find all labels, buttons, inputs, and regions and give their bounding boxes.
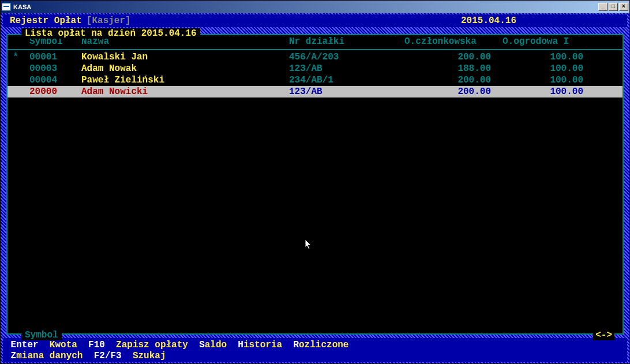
header-bar: Rejestr Opłat [Kasjer] 2015.04.16	[3, 14, 627, 27]
row-symbol: 00001	[24, 52, 81, 62]
panel-title: Lista opłat na dzień 2015.04.16	[21, 28, 200, 39]
row-garden: 100.00	[502, 63, 595, 74]
row-name: Kowalski Jan	[81, 52, 289, 62]
app-body: Rejestr Opłat [Kasjer] 2015.04.16 Lista …	[1, 13, 629, 363]
row-garden: 100.00	[502, 75, 595, 85]
footer-command[interactable]: Historia	[232, 340, 288, 350]
col-garden: O.ogrodowa I	[502, 36, 595, 47]
row-mark: *	[7, 52, 24, 62]
panel-footer-label: Symbol	[21, 330, 62, 340]
row-garden: 100.00	[502, 52, 595, 62]
row-name: Adam Nowak	[81, 63, 289, 74]
row-member: 200.00	[404, 75, 502, 85]
window-controls: _ □ ×	[597, 3, 628, 11]
titlebar[interactable]: KASA _ □ ×	[1, 1, 629, 13]
table-row[interactable]: 00004Paweł Zieliński234/AB/1200.00100.00	[7, 74, 622, 86]
row-symbol: 00004	[24, 75, 81, 85]
footer-command[interactable]: Zmiana danych	[5, 351, 88, 361]
row-garden: 100.00	[502, 87, 595, 97]
table-row[interactable]: 00003Adam Nowak123/AB188.00100.00	[7, 63, 622, 74]
current-date: 2015.04.16	[461, 16, 516, 26]
cursor-icon	[305, 239, 312, 250]
footer-bar: Enter Kwota F10 Zapisz opłaty Saldo Hist…	[3, 338, 627, 362]
minimize-button[interactable]: _	[598, 3, 608, 11]
footer-command[interactable]: Saldo	[194, 340, 232, 350]
col-plot: Nr działki	[289, 36, 404, 47]
list-panel: Lista opłat na dzień 2015.04.16 Symbol N…	[6, 34, 624, 335]
row-plot: 456/A/203	[289, 52, 404, 62]
footer-command[interactable]: F2/F3 Szukaj	[88, 351, 171, 361]
user-role: [Kasjer]	[87, 16, 131, 26]
row-member: 200.00	[404, 87, 502, 97]
row-name: Paweł Zieliński	[81, 75, 289, 85]
row-plot: 234/AB/1	[289, 75, 404, 85]
col-member: O.członkowska	[404, 36, 502, 47]
row-plot: 123/AB	[289, 87, 404, 97]
close-button[interactable]: ×	[619, 3, 628, 11]
table-row[interactable]: *00001Kowalski Jan456/A/203200.00100.00	[7, 51, 622, 63]
maximize-button[interactable]: □	[609, 3, 618, 11]
table-row[interactable]: 20000Adam Nowicki123/AB200.00100.00	[7, 86, 622, 97]
rows-container: *00001Kowalski Jan456/A/203200.00100.000…	[7, 51, 622, 97]
footer-command[interactable]: Enter Kwota	[5, 340, 82, 350]
app-window: KASA _ □ × Rejestr Opłat [Kasjer] 2015.0…	[0, 0, 630, 364]
header-divider	[7, 49, 622, 50]
footer-command[interactable]: F10 Zapisz opłaty	[82, 340, 193, 350]
row-name: Adam Nowicki	[81, 87, 289, 97]
panel-scroll-arrows[interactable]: <->	[593, 330, 614, 340]
window-title: KASA	[13, 3, 31, 10]
row-member: 200.00	[404, 52, 502, 62]
row-symbol: 00003	[24, 63, 81, 74]
row-plot: 123/AB	[289, 63, 404, 74]
footer-command[interactable]: Rozliczone	[288, 340, 354, 350]
row-symbol: 20000	[24, 87, 81, 97]
row-member: 188.00	[404, 63, 502, 74]
page-title: Rejestr Opłat	[10, 16, 82, 26]
app-icon	[2, 3, 11, 11]
